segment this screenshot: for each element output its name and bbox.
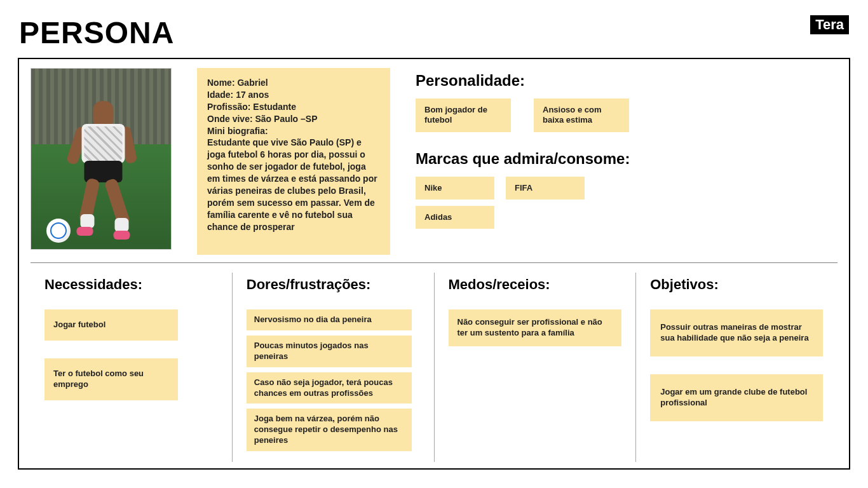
personalidade-item: Ansioso e com baixa estima	[534, 98, 629, 132]
page-title: PERSONA	[19, 15, 174, 50]
dor-item: Caso não seja jogador, terá poucas chanc…	[247, 372, 412, 404]
marca-item: FIFA	[506, 177, 585, 200]
dor-item: Nervosismo no dia da peneira	[247, 309, 412, 330]
bio-nome: Nome: Gabriel	[207, 77, 380, 89]
medo-item: Não conseguir ser profissional e não ter…	[449, 309, 621, 346]
dor-item: Joga bem na várzea, porém não consegue r…	[247, 409, 412, 451]
necessidades-title: Necessidades:	[44, 276, 218, 293]
personalidade-item: Bom jogador de futebol	[416, 98, 511, 132]
marca-item: Adidas	[416, 206, 494, 229]
bio-profissao: Profissão: Estudante	[207, 101, 380, 113]
objetivos-title: Objetivos:	[650, 276, 824, 293]
persona-frame: Nome: Gabriel Idade: 17 anos Profissão: …	[18, 58, 850, 470]
dor-item: Poucas minutos jogados nas peneiras	[247, 336, 412, 367]
persona-photo	[31, 68, 172, 250]
divider	[31, 262, 837, 263]
bio-idade: Idade: 17 anos	[207, 89, 380, 101]
dores-title: Dores/frustrações:	[247, 276, 420, 293]
necessidade-item: Ter o futebol como seu emprego	[44, 358, 178, 400]
personalidade-title: Personalidade:	[416, 72, 837, 90]
objetivo-item: Jogar em um grande clube de futebol prof…	[650, 374, 823, 421]
objetivo-item: Possuir outras maneiras de mostrar sua h…	[650, 309, 823, 356]
medos-title: Medos/receios:	[449, 276, 622, 293]
marca-item: Nike	[416, 177, 494, 200]
brand-logo: Tera	[810, 15, 849, 34]
marcas-title: Marcas que admira/consome:	[416, 150, 837, 168]
bio-card: Nome: Gabriel Idade: 17 anos Profissão: …	[197, 68, 390, 255]
bio-onde: Onde vive: São Paulo –SP	[207, 113, 380, 125]
bio-mini-label: Mini biografia:	[207, 125, 380, 137]
necessidade-item: Jogar futebol	[44, 309, 178, 341]
bio-mini-text: Estudante que vive São Paulo (SP) e joga…	[207, 137, 380, 233]
